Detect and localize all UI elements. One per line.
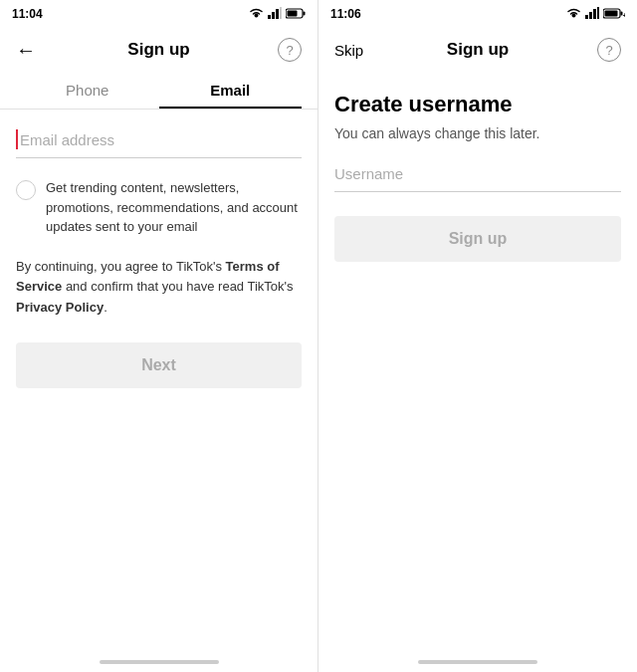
- svg-rect-5: [304, 11, 306, 15]
- terms-text: By continuing, you agree to TikTok's Ter…: [16, 257, 302, 319]
- left-panel: 11:04: [0, 0, 318, 672]
- svg-text:+: +: [623, 11, 626, 19]
- svg-rect-7: [585, 15, 588, 19]
- right-bottom-bar: [318, 660, 637, 664]
- svg-rect-2: [276, 9, 279, 19]
- right-time: 11:06: [330, 7, 361, 21]
- right-panel: 11:06: [318, 0, 637, 672]
- svg-rect-3: [280, 7, 282, 19]
- left-form-content: Email address Get trending content, news…: [0, 110, 318, 660]
- svg-rect-0: [268, 15, 271, 19]
- tabs-container: Phone Email: [0, 72, 318, 110]
- signal-icon: [268, 7, 282, 21]
- right-help-button[interactable]: ?: [597, 38, 621, 62]
- next-button[interactable]: Next: [16, 342, 302, 388]
- newsletter-label: Get trending content, newsletters, promo…: [46, 178, 302, 237]
- signup-button[interactable]: Sign up: [334, 216, 621, 262]
- create-username-subtitle: You can always change this later.: [334, 125, 621, 141]
- right-page-title: Sign up: [447, 40, 509, 60]
- svg-rect-13: [605, 10, 618, 16]
- svg-rect-10: [597, 7, 599, 19]
- left-home-indicator: [100, 660, 219, 664]
- left-status-icons: [249, 7, 306, 21]
- left-help-button[interactable]: ?: [278, 38, 302, 62]
- terms-prefix: By continuing, you agree to TikTok's: [16, 259, 226, 274]
- right-question-icon: ?: [605, 43, 612, 58]
- text-cursor: [16, 129, 18, 149]
- left-page-title: Sign up: [127, 40, 189, 60]
- right-wifi-icon: [566, 7, 581, 21]
- left-time: 11:04: [12, 7, 43, 21]
- newsletter-checkbox-row[interactable]: Get trending content, newsletters, promo…: [16, 178, 302, 237]
- svg-rect-9: [593, 9, 596, 19]
- right-battery-icon: +: [603, 8, 625, 21]
- email-input-wrapper[interactable]: Email address: [16, 129, 302, 158]
- wifi-icon: [249, 7, 264, 21]
- newsletter-checkbox[interactable]: [16, 180, 36, 200]
- left-status-bar: 11:04: [0, 0, 318, 28]
- svg-rect-8: [589, 12, 592, 19]
- create-username-title: Create username: [334, 92, 621, 117]
- svg-rect-6: [288, 10, 298, 16]
- username-placeholder: Username: [334, 165, 403, 182]
- terms-middle: and confirm that you have read TikTok's: [62, 279, 293, 294]
- right-signal-icon: [585, 7, 599, 21]
- right-status-icons: +: [566, 7, 625, 21]
- battery-icon: [286, 8, 306, 21]
- right-form-content: Create username You can always change th…: [318, 72, 637, 660]
- svg-rect-1: [272, 12, 275, 19]
- question-icon: ?: [286, 43, 293, 58]
- right-nav-bar: Skip Sign up ?: [318, 28, 637, 72]
- tab-email[interactable]: Email: [159, 72, 303, 109]
- email-placeholder: Email address: [20, 131, 114, 148]
- left-bottom-bar: [0, 660, 318, 664]
- left-nav-bar: ← Sign up ?: [0, 28, 318, 72]
- skip-button[interactable]: Skip: [334, 42, 363, 59]
- back-button[interactable]: ←: [16, 39, 36, 62]
- tab-phone[interactable]: Phone: [16, 72, 159, 109]
- username-input-wrapper[interactable]: Username: [334, 165, 621, 192]
- terms-suffix: .: [104, 300, 107, 315]
- privacy-policy-link[interactable]: Privacy Policy: [16, 300, 104, 315]
- right-status-bar: 11:06: [318, 0, 637, 28]
- right-home-indicator: [418, 660, 537, 664]
